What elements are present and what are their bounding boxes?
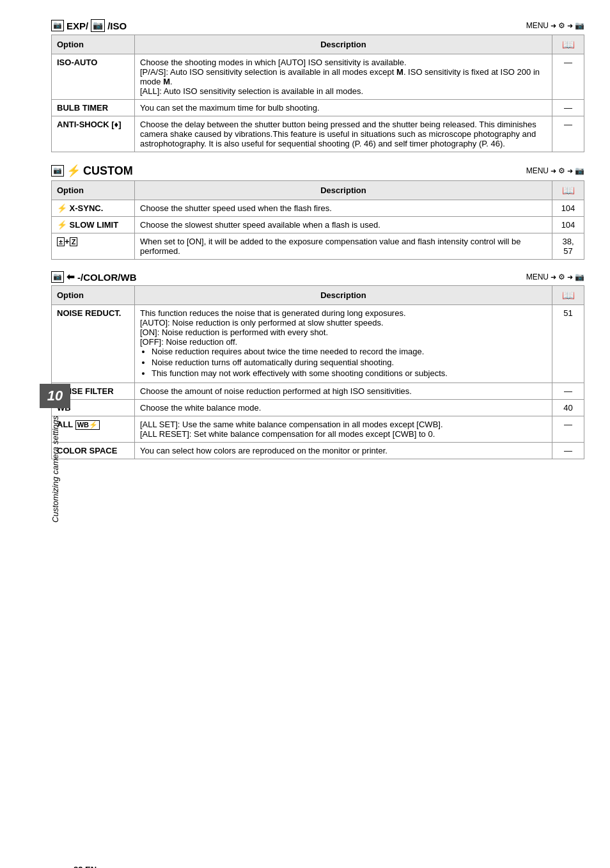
bullet-item: Noise reduction turns off automatically … (152, 358, 547, 367)
color-wb-menu-path: MENU ➜ ⚙ ➜ 📷 (526, 272, 584, 281)
color-wb-table: Option Description 📖 NOISE REDUCT. This … (51, 285, 584, 459)
exp-iso-title-suffix: /ISO (107, 20, 127, 31)
left-sidebar: 10 Customizing camera settings (38, 19, 72, 868)
camera-icon: 📷 (575, 21, 584, 30)
bullet-item: Noise reduction requires about twice the… (152, 347, 547, 356)
camera-icon3: 📷 (575, 272, 584, 281)
col-ref-header: 📖 (552, 35, 584, 54)
section-exp-iso-header: 📷 EXP/📷/ISO MENU ➜ ⚙ ➜ 📷 (51, 19, 584, 32)
chapter-label: Customizing camera settings (51, 416, 60, 523)
arrow2: ➜ (567, 22, 573, 30)
ref-exposure-comp: 38, 57 (552, 233, 584, 260)
table-row: NOISE REDUCT. This function reduces the … (52, 305, 584, 383)
noise-reduct-bullets: Noise reduction requires about twice the… (146, 347, 547, 378)
arrow6: ➜ (567, 273, 573, 281)
settings-icon3: ⚙ (558, 272, 565, 281)
table-row: NOISE FILTER Choose the amount of noise … (52, 383, 584, 400)
table-row: WB Choose the white balance mode. 40 (52, 400, 584, 416)
desc-all-wb: [ALL SET]: Use the same white balance co… (135, 416, 552, 443)
camera-icon2: 📷 (575, 166, 584, 175)
ref-anti-shock: — (552, 116, 584, 152)
settings-icon: ⚙ (558, 21, 565, 30)
wb-icon: WB⚡ (75, 420, 100, 430)
section-exp-iso: 📷 EXP/📷/ISO MENU ➜ ⚙ ➜ 📷 Option Descript… (51, 19, 584, 152)
arrow5: ➜ (551, 273, 556, 281)
chapter-number: 10 (40, 384, 70, 408)
custom-title-text: CUSTOM (83, 164, 133, 178)
desc-xsync: Choose the shutter speed used when the f… (135, 200, 552, 217)
table-row: ALL WB⚡ [ALL SET]: Use the same white ba… (52, 416, 584, 443)
video-mode-icon: 📷 (91, 19, 105, 32)
desc-noise-filter: Choose the amount of noise reduction per… (135, 383, 552, 400)
custom-col-desc: Description (135, 181, 552, 200)
color-wb-title-text: -/COLOR/WB (77, 272, 136, 283)
custom-menu-path: MENU ➜ ⚙ ➜ 📷 (526, 166, 584, 175)
table-row: COLOR SPACE You can select how colors ar… (52, 443, 584, 459)
arrow4: ➜ (567, 167, 573, 175)
desc-slow-limit: Choose the slowest shutter speed availab… (135, 217, 552, 233)
desc-color-space: You can select how colors are reproduced… (135, 443, 552, 459)
ref-wb: 40 (552, 400, 584, 416)
custom-table: Option Description 📖 ⚡ X-SYNC. Choose th… (51, 180, 584, 260)
desc-iso-auto: Choose the shooting modes in which [AUTO… (135, 54, 552, 100)
desc-wb: Choose the white balance mode. (135, 400, 552, 416)
menu-text2: MENU (526, 166, 549, 175)
color-wb-col-ref: 📖 (552, 286, 584, 305)
ref-bulb-timer: — (552, 100, 584, 116)
ref-xsync: 104 (552, 200, 584, 217)
desc-exposure-comp: When set to [ON], it will be added to th… (135, 233, 552, 260)
table-row: ANTI-SHOCK [♦] Choose the delay between … (52, 116, 584, 152)
ref-iso-auto: — (552, 54, 584, 100)
ref-noise-filter: — (552, 383, 584, 400)
table-row: ⚡ X-SYNC. Choose the shutter speed used … (52, 200, 584, 217)
color-wb-col-desc: Description (135, 286, 552, 305)
table-row: ±+Z When set to [ON], it will be added t… (52, 233, 584, 260)
menu-text: MENU (526, 21, 549, 30)
table-row: ISO-AUTO Choose the shooting modes in wh… (52, 54, 584, 100)
table-row: ⚡ SLOW LIMIT Choose the slowest shutter … (52, 217, 584, 233)
section-custom-header: 📷 ⚡ CUSTOM MENU ➜ ⚙ ➜ 📷 (51, 164, 584, 178)
section-color-wb-header: 📷 ⬅ -/COLOR/WB MENU ➜ ⚙ ➜ 📷 (51, 271, 584, 283)
ref-color-space: — (552, 443, 584, 459)
exp-iso-menu-path: MENU ➜ ⚙ ➜ 📷 (526, 21, 584, 30)
col-desc-header: Description (135, 35, 552, 54)
ref-slow-limit: 104 (552, 217, 584, 233)
page-number: 82 EN (74, 865, 97, 868)
ref-all-wb: — (552, 416, 584, 443)
table-row: BULB TIMER You can set the maximum time … (52, 100, 584, 116)
exp-iso-table: Option Description 📖 ISO-AUTO Choose the… (51, 35, 584, 152)
section-color-wb: 📷 ⬅ -/COLOR/WB MENU ➜ ⚙ ➜ 📷 Option Descr… (51, 271, 584, 459)
ref-noise-reduct: 51 (552, 305, 584, 383)
arrow3: ➜ (551, 167, 556, 175)
desc-anti-shock: Choose the delay between the shutter but… (135, 116, 552, 152)
section-custom: 📷 ⚡ CUSTOM MENU ➜ ⚙ ➜ 📷 Option Descripti… (51, 164, 584, 260)
desc-bulb-timer: You can set the maximum time for bulb sh… (135, 100, 552, 116)
arrow1: ➜ (551, 22, 556, 30)
bullet-item: This function may not work effectively w… (152, 368, 547, 378)
settings-icon2: ⚙ (558, 166, 565, 175)
desc-noise-reduct: This function reduces the noise that is … (135, 305, 552, 383)
menu-text3: MENU (526, 272, 549, 281)
custom-col-ref: 📖 (552, 181, 584, 200)
